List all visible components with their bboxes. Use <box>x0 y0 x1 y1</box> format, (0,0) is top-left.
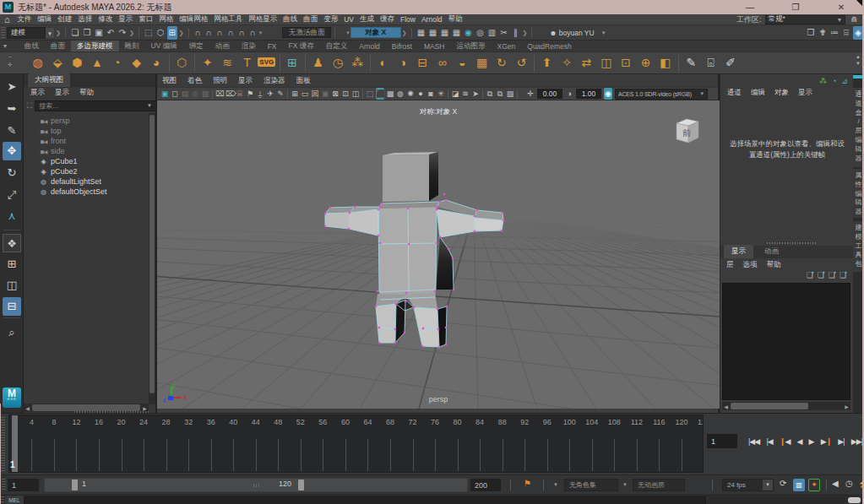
play-forwards-button[interactable]: ▶ <box>809 437 814 446</box>
menu-编辑网格[interactable]: 编辑网格 <box>177 14 211 24</box>
section-collapse[interactable]: ❯ <box>179 30 184 36</box>
pencil-curve-icon[interactable]: ✎ <box>682 53 700 73</box>
flip-icon[interactable]: ◑ <box>394 53 412 73</box>
rotate-tool[interactable]: ↻ <box>3 164 21 182</box>
shelf-menu-icon[interactable]: ▾ <box>3 42 7 50</box>
chevron-down-icon[interactable]: ▾ <box>259 30 263 36</box>
snap-together-tool[interactable]: ⋏ <box>3 207 21 225</box>
chevron-down-icon[interactable]: ▼ <box>46 27 55 39</box>
type-tool-icon[interactable]: T <box>237 53 256 73</box>
shelf-tab[interactable]: MASH <box>418 41 451 51</box>
lock-icon[interactable]: ⋒ <box>850 15 857 24</box>
poly-plane-icon[interactable]: ◆ <box>128 53 146 73</box>
humanik-icon[interactable]: ✟ <box>818 26 828 40</box>
search-input[interactable]: 搜索... <box>35 100 157 111</box>
ao-icon[interactable]: ◙ <box>427 88 435 100</box>
select-tool[interactable]: ➤ <box>3 78 21 96</box>
evaluation-clock-icon[interactable]: ◷ <box>845 479 853 488</box>
curve-tool-icon[interactable]: ≋ <box>218 53 236 73</box>
menu-文件[interactable]: 文件 <box>14 14 35 24</box>
menu-Arnold[interactable]: Arnold <box>418 15 445 24</box>
gamma-field[interactable]: 1.00 <box>576 89 601 99</box>
chevron-down-icon[interactable]: ▾ <box>346 30 350 36</box>
look-dev-icon[interactable]: ◎ <box>475 26 486 40</box>
save-scene-icon[interactable]: ▣ <box>94 26 104 40</box>
shelf-tab[interactable]: 多边形建模 <box>71 41 119 51</box>
command-language-toggle[interactable]: MEL <box>5 496 24 504</box>
svg-tool-icon[interactable]: SVG <box>258 53 276 73</box>
modeling-toolkit-icon[interactable]: ❒ <box>806 26 816 40</box>
speed-icon[interactable]: ◔ <box>832 77 836 85</box>
menu-曲面[interactable]: 曲面 <box>301 14 321 24</box>
play-backwards-button[interactable]: ◀ <box>796 437 802 446</box>
outliner-item-defaultLightSet[interactable]: ◍defaultLightSet <box>24 176 149 187</box>
bevel-icon[interactable]: ✧ <box>557 53 576 73</box>
move-tool[interactable]: ✥ <box>3 142 21 160</box>
aa-icon[interactable]: ✳ <box>437 88 445 100</box>
symmetry-object-field[interactable]: 对象 X <box>350 27 401 38</box>
shelf-tab[interactable]: Arnold <box>353 41 386 51</box>
menu-UV[interactable]: UV <box>341 15 357 24</box>
camera-attr-icon[interactable]: ▤ <box>181 88 189 100</box>
snap-point-icon[interactable]: ∩ <box>215 26 225 40</box>
safe-title-icon[interactable]: ◫ <box>351 88 360 100</box>
prev-view-icon[interactable]: ⌧ <box>215 88 224 100</box>
chevron-down-icon[interactable]: ▼ <box>147 103 152 108</box>
frame-icon[interactable]: ⌻ <box>702 53 720 73</box>
view-cube[interactable]: 前 <box>677 119 698 143</box>
rotate-ccw-icon[interactable]: ↺ <box>512 53 530 73</box>
poly-cylinder-icon[interactable]: ⬢ <box>68 53 86 73</box>
user-account-dropdown[interactable]: ☻ boyuan YU ▼ <box>549 29 606 37</box>
chevron-down-icon[interactable]: ▼ <box>553 482 558 487</box>
zoom-tool[interactable]: ⌕ <box>3 323 21 342</box>
pause-icon[interactable]: ∥ <box>511 26 521 40</box>
quad-draw-icon[interactable]: ◧ <box>656 53 675 73</box>
platonic-solid-icon[interactable]: ⬡ <box>172 53 191 73</box>
range-start-handle[interactable] <box>72 480 78 490</box>
channel-box-menu-item[interactable]: 对象 <box>774 88 789 98</box>
menu-Flow[interactable]: Flow <box>397 15 418 24</box>
snap-grid-icon[interactable]: ∩ <box>193 26 203 40</box>
snap-view-icon[interactable]: ∩ <box>248 26 258 40</box>
step-back-frame-button[interactable]: |◀ <box>766 437 772 446</box>
range-end-handle[interactable] <box>298 480 304 490</box>
bridge-icon[interactable]: ⇄ <box>577 53 595 73</box>
colorspace-dropdown[interactable]: ACES 1.0 SDR-video (sRGB)▼ <box>615 89 708 100</box>
lights-icon[interactable]: ✺ <box>406 88 415 100</box>
exposure-icon[interactable]: ✛ <box>526 88 535 100</box>
home-icon[interactable]: ⌂ <box>4 14 10 25</box>
viewport-menu-item[interactable]: 着色 <box>187 76 202 86</box>
viewport-menu-item[interactable]: 面板 <box>296 76 311 86</box>
character-set-field[interactable]: 无角色集 <box>564 479 618 491</box>
node-icon[interactable]: ⁂ <box>819 77 827 85</box>
shelf-tab[interactable]: 动画 <box>209 41 236 51</box>
section-grip[interactable] <box>1 417 5 471</box>
view-transform-icon[interactable]: ◉ <box>604 88 612 100</box>
menu-set-dropdown[interactable]: 建模 <box>7 27 46 39</box>
origin-icon[interactable]: ⁂ <box>348 53 367 73</box>
resolution-gate-icon[interactable]: 回 <box>311 88 319 100</box>
outliner-menu-item[interactable]: 显示 <box>55 88 69 98</box>
playback-start-field[interactable]: 1 <box>8 479 39 491</box>
image-plane-icon[interactable]: ▧ <box>201 88 209 100</box>
hypershade-icon[interactable]: ◉ <box>464 26 474 40</box>
animation-end-field[interactable]: 200 <box>470 479 501 491</box>
shelf-tab[interactable]: QuadRemesh <box>521 41 577 51</box>
new-layer-empty-icon[interactable]: ❏● <box>829 271 835 279</box>
workspace-dropdown[interactable]: 常规* <box>765 15 845 24</box>
shelf-tab[interactable]: 运动图形 <box>451 41 492 51</box>
flag-icon[interactable]: ⚑ <box>246 88 254 100</box>
compass-icon[interactable]: ✈ <box>266 88 274 100</box>
chevron-down-icon[interactable]: ▼ <box>622 482 628 487</box>
menu-修改[interactable]: 修改 <box>95 14 116 24</box>
menu-网格[interactable]: 网格 <box>156 14 177 24</box>
select-camera-icon[interactable]: ▣ <box>160 88 169 100</box>
select-by-name-icon[interactable]: ⛶ <box>27 101 32 111</box>
modeling-toolkit-shelf-icon[interactable]: ⊞ <box>283 53 302 73</box>
character-set-key-icon[interactable]: ⚑ <box>524 479 531 488</box>
outliner-item-pCube2[interactable]: ◈pCube2 <box>24 166 149 176</box>
outliner-item-pCube1[interactable]: ◈pCube1 <box>24 156 149 166</box>
section-collapse[interactable]: ❯ <box>129 30 134 36</box>
layer-menu-item[interactable]: 选项 <box>743 260 758 270</box>
render-view-icon[interactable]: ▦ <box>416 26 427 40</box>
